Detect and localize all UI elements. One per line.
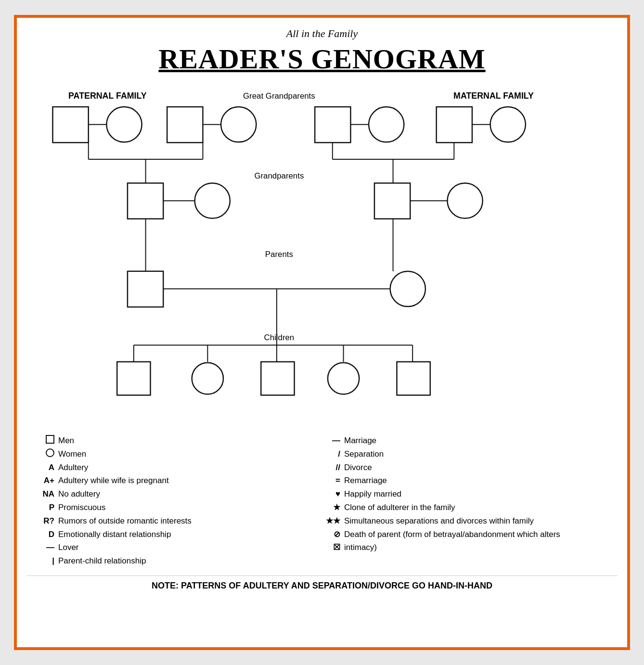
legend-divorce: // Divorce [322,462,608,473]
svg-rect-9 [315,107,350,142]
subtitle: All in the Family [26,27,618,40]
legend-women: Women [36,448,322,460]
legend-adultery: A Adultery [36,462,322,473]
svg-point-47 [328,363,359,394]
svg-point-34 [390,271,425,307]
legend-intimacy: ☒ intimacy) [322,542,608,553]
svg-point-4 [106,107,142,142]
svg-text:MATERNAL FAMILY: MATERNAL FAMILY [453,91,534,101]
legend-clone: ★ Clone of adulterer in the family [322,502,608,513]
genogram-diagram: PATERNAL FAMILY Great Grandparents MATER… [26,84,618,430]
legend-separation: / Separation [322,448,608,460]
svg-point-28 [447,183,482,218]
main-title: READER'S GENOGRAM [26,43,618,75]
svg-point-7 [221,107,256,142]
svg-rect-33 [128,271,163,307]
svg-text:Great Grandparents: Great Grandparents [243,91,315,101]
legend-area: Men Women A Adultery A+ Adultery while w… [26,435,618,567]
svg-point-13 [490,107,526,142]
svg-rect-3 [52,107,88,142]
legend-parent-child: | Parent-child relationship [36,555,322,567]
legend-men: Men [36,435,322,447]
svg-text:Children: Children [264,333,295,342]
legend-left: Men Women A Adultery A+ Adultery while w… [36,435,322,567]
svg-rect-20 [128,183,163,219]
note-bar: NOTE: PATTERNS OF ADULTERY AND SEPARATIO… [26,575,618,591]
legend-right: — Marriage / Separation // Divorce = Rem… [322,435,608,567]
svg-rect-44 [117,362,150,395]
legend-marriage: — Marriage [322,435,608,447]
legend-happily-married: ♥ Happily married [322,488,608,500]
legend-distant: D Emotionally distant relationship [36,529,322,540]
main-container: All in the Family READER'S GENOGRAM PATE… [14,15,630,650]
svg-text:Grandparents: Grandparents [254,171,304,180]
legend-adultery-pregnant: A+ Adultery while wife is pregnant [36,475,322,486]
svg-point-21 [195,183,230,218]
svg-point-45 [192,363,223,394]
svg-rect-46 [261,362,294,395]
legend-simultaneous: ★★ Simultaneous separations and divorces… [322,515,608,527]
legend-promiscuous: P Promiscuous [36,502,322,513]
svg-rect-12 [437,107,472,142]
svg-rect-27 [374,183,410,219]
svg-rect-6 [167,107,203,142]
legend-rumors: R? Rumors of outside romantic interests [36,515,322,527]
legend-no-adultery: NA No adultery [36,488,322,500]
svg-rect-48 [397,362,430,395]
legend-remarriage: = Remarriage [322,475,608,486]
svg-text:Parents: Parents [265,250,293,259]
legend-death: ⊘ Death of parent (form of betrayal/aban… [322,529,608,540]
svg-point-10 [369,107,404,142]
svg-text:PATERNAL FAMILY: PATERNAL FAMILY [68,91,147,101]
legend-lover: — Lover [36,542,322,553]
